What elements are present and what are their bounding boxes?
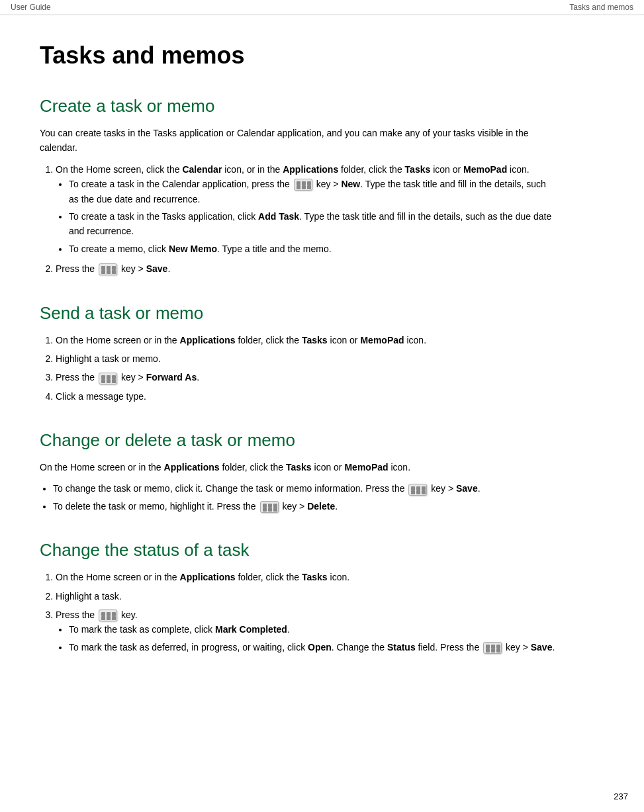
bold-text: MemoPad [463, 164, 507, 175]
list-item: To mark the task as complete, click Mark… [69, 622, 556, 637]
section-title-create: Create a task or memo [40, 96, 556, 116]
section-title-change-delete: Change or delete a task or memo [40, 430, 556, 451]
bold-text: MemoPad [344, 462, 388, 473]
bold-text: Applications [180, 572, 236, 582]
menu-key-icon [99, 373, 117, 384]
section-create-steps: On the Home screen, click the Calendar i… [56, 162, 556, 277]
main-content: Tasks and memos Create a task or memo Yo… [0, 15, 596, 721]
list-item: To create a memo, click New Memo. Type a… [69, 242, 556, 256]
menu-key-icon [99, 609, 117, 621]
section-create-intro: You can create tasks in the Tasks applic… [40, 126, 556, 156]
bold-text: Open [308, 642, 332, 653]
menu-key-icon [408, 484, 427, 496]
section-send: Send a task or memo On the Home screen o… [40, 303, 556, 404]
list-item: Click a message type. [56, 389, 556, 404]
list-item: Highlight a task. [56, 589, 556, 604]
page-title: Tasks and memos [40, 42, 556, 69]
bold-text: Save [456, 483, 478, 494]
section-change-delete-list: To change the task or memo, click it. Ch… [53, 481, 556, 514]
bold-text: Applications [164, 462, 220, 473]
list-item: Press the key > Save. [56, 261, 556, 276]
list-item: To change the task or memo, click it. Ch… [53, 481, 556, 496]
bold-text: Save [531, 642, 553, 653]
bold-text: Status [387, 642, 416, 653]
list-item: To delete the task or memo, highlight it… [53, 499, 556, 514]
header-bar: User Guide Tasks and memos [0, 0, 644, 15]
bold-text: Forward As [146, 372, 197, 383]
list-item: To create a task in the Tasks applicatio… [69, 209, 556, 239]
bold-text: Add Task [258, 211, 299, 222]
section-send-steps: On the Home screen or in the Application… [56, 333, 556, 404]
bold-text: Applications [283, 164, 338, 175]
bold-text: Tasks [302, 572, 328, 582]
sub-list: To create a task in the Calendar applica… [69, 177, 556, 256]
list-item: Press the key. To mark the task as compl… [56, 608, 556, 654]
bold-text: Tasks [405, 164, 431, 175]
section-create: Create a task or memo You can create tas… [40, 96, 556, 277]
bold-text: Calendar [182, 164, 222, 175]
sub-list: To mark the task as complete, click Mark… [69, 622, 556, 654]
page-number: 237 [614, 791, 628, 801]
bold-text: Mark Completed [215, 624, 287, 635]
section-change-delete: Change or delete a task or memo On the H… [40, 430, 556, 514]
section-title-change-status: Change the status of a task [40, 540, 556, 561]
list-item: On the Home screen or in the Application… [56, 333, 556, 347]
section-change-status-steps: On the Home screen or in the Application… [56, 570, 556, 654]
list-item: Press the key > Forward As. [56, 370, 556, 384]
section-title-send: Send a task or memo [40, 303, 556, 324]
bold-text: MemoPad [360, 335, 404, 345]
bold-text: New Memo [169, 244, 217, 254]
menu-key-icon [260, 501, 279, 513]
list-item: On the Home screen, click the Calendar i… [56, 162, 556, 256]
list-item: To mark the task as deferred, in progres… [69, 640, 556, 654]
menu-key-icon [483, 642, 502, 654]
bold-text: New [341, 179, 360, 189]
bold-text: Save [146, 263, 168, 274]
bold-text: Tasks [286, 462, 312, 473]
list-item: To create a task in the Calendar applica… [69, 177, 556, 206]
header-left: User Guide [11, 3, 51, 12]
list-item: Highlight a task or memo. [56, 351, 556, 366]
menu-key-icon [99, 263, 117, 275]
bold-text: Applications [180, 335, 236, 345]
section-change-delete-intro: On the Home screen or in the Application… [40, 460, 556, 474]
bold-text: Tasks [302, 335, 328, 345]
header-right: Tasks and memos [569, 3, 633, 12]
section-change-status: Change the status of a task On the Home … [40, 540, 556, 654]
list-item: On the Home screen or in the Application… [56, 570, 556, 584]
menu-key-icon [294, 179, 312, 191]
bold-text: Delete [307, 501, 335, 512]
